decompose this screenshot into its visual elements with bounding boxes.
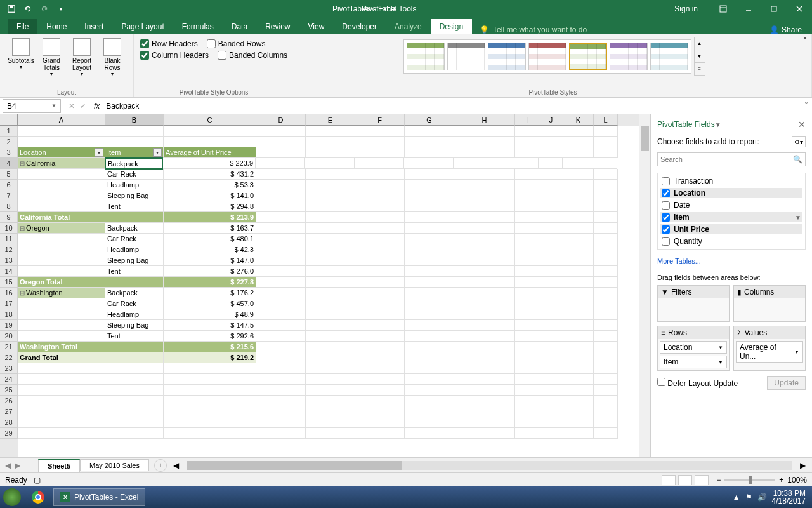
cell[interactable] [454,255,515,266]
cell[interactable] [306,137,355,147]
tab-file[interactable]: File [8,19,37,34]
cell[interactable] [18,169,105,180]
row-header[interactable]: 28 [0,417,18,428]
cell[interactable] [515,244,539,255]
cell[interactable] [18,255,105,266]
style-thumb[interactable] [569,43,607,70]
cell[interactable] [355,406,405,417]
cell[interactable]: Car Rack [105,234,164,244]
field-search[interactable]: 🔍 [657,152,806,166]
cell[interactable]: $ 431.2 [164,169,256,180]
cell[interactable] [105,385,164,396]
chevron-down-icon[interactable]: ▼ [51,103,56,109]
row-header[interactable]: 8 [0,201,18,212]
cell[interactable] [256,180,306,190]
field-item[interactable]: Item▼ [660,212,802,222]
search-input[interactable] [660,156,793,163]
cell[interactable] [355,428,405,439]
cell[interactable]: $ 141.0 [164,190,256,201]
cell[interactable] [405,385,454,396]
cell[interactable] [563,288,594,298]
cell[interactable] [563,298,594,309]
cell[interactable] [594,320,618,331]
cell[interactable] [355,244,405,255]
cell[interactable] [306,342,355,352]
cell[interactable]: Backpack [105,157,163,170]
cell[interactable]: $ 163.7 [164,223,256,234]
cell[interactable] [256,417,306,428]
fx-icon[interactable]: fx [91,102,102,110]
cell[interactable] [306,266,355,277]
tab-formulas[interactable]: Formulas [173,19,223,34]
cell[interactable] [306,190,355,201]
collapse-icon[interactable]: ⊟ [20,290,25,297]
defer-checkbox[interactable]: Defer Layout Update [657,378,738,388]
field-item[interactable]: Quantity [660,236,802,246]
cell[interactable]: Location▾ [18,147,105,158]
cell[interactable] [515,255,539,266]
cell[interactable] [594,385,618,396]
collapse-icon[interactable]: ⊟ [20,225,25,232]
cell[interactable] [355,201,405,212]
cell[interactable]: $ 147.5 [164,320,256,331]
styles-gallery[interactable] [403,39,691,74]
cell[interactable] [405,374,454,385]
cell[interactable] [594,396,618,406]
cell[interactable] [515,212,539,223]
cell[interactable]: Car Rack [105,298,164,309]
cell[interactable] [454,320,515,331]
cell[interactable] [539,255,563,266]
style-thumb[interactable] [610,43,648,70]
row-header[interactable]: 9 [0,212,18,223]
row-header[interactable]: 4 [0,158,18,169]
cell[interactable] [539,298,563,309]
cell[interactable] [18,234,105,244]
cell[interactable] [594,374,618,385]
cell[interactable] [405,298,454,309]
cell[interactable] [405,234,454,244]
cell[interactable] [539,374,563,385]
cell[interactable] [514,158,539,169]
cell[interactable]: Backpack [105,288,164,298]
cell[interactable] [454,212,515,223]
cell[interactable] [355,309,405,320]
cell[interactable]: Headlamp [105,309,164,320]
cell[interactable]: Backpack [105,223,164,234]
cell[interactable] [539,158,563,169]
cell[interactable]: $ 215.6 [164,342,256,352]
cell[interactable] [105,137,164,147]
tab-view[interactable]: View [299,19,334,34]
cell[interactable] [539,385,563,396]
cell[interactable] [594,266,618,277]
cell[interactable] [594,363,618,374]
cell[interactable] [539,244,563,255]
cell[interactable] [563,266,594,277]
cell[interactable] [515,342,539,352]
col-header-F[interactable]: F [355,114,405,126]
cell[interactable] [594,212,618,223]
cell[interactable]: Item▾ [105,147,164,158]
cell[interactable] [256,331,306,342]
cell[interactable] [594,428,618,439]
cell[interactable] [306,363,355,374]
cell[interactable] [515,169,539,180]
cell[interactable]: Tent [105,266,164,277]
cell[interactable] [355,277,405,288]
collapse-ribbon-icon[interactable]: ˄ [801,37,809,46]
cell[interactable] [355,352,405,363]
cell[interactable] [18,244,105,255]
row-header[interactable]: 17 [0,298,18,309]
blank-rows-button[interactable]: Blank Rows▾ [98,37,127,78]
cell[interactable] [539,428,563,439]
cell[interactable] [256,320,306,331]
cell[interactable] [306,234,355,244]
cell[interactable] [256,190,306,201]
cell[interactable] [164,363,256,374]
cell[interactable] [105,406,164,417]
cell[interactable] [355,266,405,277]
cell[interactable] [18,396,105,406]
row-header[interactable]: 20 [0,331,18,342]
cell[interactable] [594,255,618,266]
cancel-formula-icon[interactable]: ✕ [69,102,75,110]
cell[interactable] [539,320,563,331]
